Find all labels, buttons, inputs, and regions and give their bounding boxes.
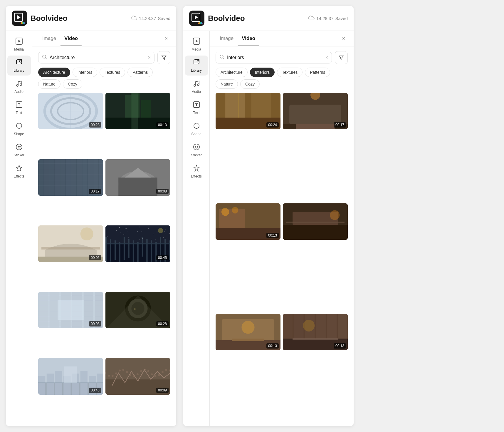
video-thumbnail[interactable] (283, 203, 348, 240)
video-thumbnail[interactable]: 00:17 (38, 159, 103, 196)
svg-point-150 (147, 370, 149, 372)
svg-rect-135 (64, 366, 77, 383)
video-thumbnail[interactable]: 00:09 (105, 358, 170, 394)
sticker-icon (193, 143, 200, 152)
text-icon (15, 101, 23, 110)
app-body: Media Library Audio Text Shape (6, 31, 176, 426)
svg-point-101 (128, 237, 129, 237)
tags-area: ArchitectureInteriorsTexturesPatternsNat… (32, 64, 176, 89)
svg-point-197 (241, 321, 254, 334)
svg-point-79 (139, 240, 140, 240)
sidebar-item-sticker[interactable]: Sticker (7, 140, 31, 160)
sidebar-item-text[interactable]: Text (185, 98, 208, 118)
tag-architecture[interactable]: Architecture (216, 68, 248, 77)
svg-rect-30 (49, 159, 55, 196)
svg-point-86 (148, 228, 149, 229)
search-icon (42, 54, 47, 61)
tag-textures[interactable]: Textures (100, 68, 125, 77)
video-thumbnail[interactable]: 00:06 (38, 225, 103, 262)
svg-point-53 (80, 227, 93, 240)
tag-patterns[interactable]: Patterns (305, 68, 330, 77)
tag-interiors[interactable]: Interiors (250, 68, 275, 77)
tab-bar: ImageVideo× (32, 31, 176, 46)
tag-textures[interactable]: Textures (277, 68, 303, 77)
tab-close-button[interactable]: × (340, 34, 348, 43)
sidebar-item-audio[interactable]: Audio (185, 77, 208, 97)
video-duration-badge: 00:17 (334, 122, 346, 128)
video-duration-badge: 00:28 (156, 321, 169, 326)
video-thumbnail[interactable]: 00:13 (216, 314, 280, 350)
sidebar-item-media[interactable]: Media (185, 34, 208, 54)
tag-architecture[interactable]: Architecture (38, 68, 70, 77)
svg-point-85 (140, 227, 140, 227)
video-thumbnail[interactable]: 00:13 (216, 203, 280, 240)
logo-rainbow (198, 22, 203, 24)
search-input[interactable] (50, 55, 146, 60)
search-input[interactable] (227, 55, 323, 60)
search-clear-button[interactable]: × (325, 55, 328, 60)
video-thumbnail[interactable]: 00:28 (38, 93, 103, 129)
sidebar-item-media[interactable]: Media (7, 34, 31, 54)
svg-point-80 (116, 230, 117, 231)
svg-rect-66 (146, 239, 147, 262)
tag-cozy[interactable]: Cozy (63, 79, 82, 89)
svg-rect-119 (58, 300, 83, 320)
svg-point-187 (221, 208, 229, 216)
sidebar-item-effects[interactable]: Effects (7, 161, 31, 181)
svg-point-11 (43, 55, 46, 58)
search-clear-button[interactable]: × (148, 55, 151, 60)
svg-line-12 (46, 58, 47, 59)
svg-point-76 (120, 232, 121, 232)
cloud-icon (131, 15, 137, 21)
sidebar-item-sticker[interactable]: Sticker (185, 140, 208, 160)
tab-video[interactable]: Video (238, 31, 259, 46)
tag-cozy[interactable]: Cozy (240, 79, 260, 89)
app-panel-panel-right: Boolvideo 14:28:37 Saved Media Library (183, 6, 354, 426)
svg-point-207 (303, 320, 315, 331)
tag-interiors[interactable]: Interiors (73, 68, 98, 77)
video-thumbnail[interactable]: 00:13 (105, 93, 170, 129)
video-thumbnail[interactable]: 00:45 (105, 225, 170, 262)
video-thumbnail[interactable]: 00:08 (105, 159, 170, 196)
video-thumbnail[interactable]: 00:43 (38, 358, 103, 394)
filter-button[interactable] (335, 51, 348, 64)
svg-rect-31 (55, 159, 60, 196)
tag-nature[interactable]: Nature (38, 79, 61, 89)
video-thumbnail[interactable]: 00:17 (283, 93, 348, 129)
filter-button[interactable] (157, 51, 170, 64)
svg-point-153 (158, 374, 160, 376)
effects-icon (15, 164, 23, 173)
svg-point-100 (142, 232, 142, 232)
svg-text:✦: ✦ (133, 307, 137, 312)
svg-point-160 (197, 60, 199, 62)
svg-marker-159 (196, 40, 198, 43)
video-duration-badge: 00:24 (266, 122, 279, 128)
sidebar-item-library[interactable]: Library (185, 56, 208, 76)
video-thumbnail[interactable]: 00:13 (283, 314, 348, 350)
tab-image[interactable]: Image (216, 31, 238, 46)
tag-patterns[interactable]: Patterns (127, 68, 153, 77)
tag-nature[interactable]: Nature (216, 79, 238, 89)
svg-point-74 (142, 238, 143, 239)
svg-point-90 (151, 239, 152, 239)
sidebar-item-effects[interactable]: Effects (185, 161, 208, 181)
tab-video[interactable]: Video (60, 31, 82, 46)
video-thumbnail[interactable]: ✦ 00:28 (105, 292, 170, 328)
video-thumbnail[interactable]: 00:08 (38, 292, 103, 328)
tab-image[interactable]: Image (38, 31, 60, 46)
sidebar-item-audio[interactable]: Audio (7, 77, 31, 97)
library-icon (193, 58, 200, 67)
timestamp: 14:28:37 (139, 16, 156, 21)
video-duration-badge: 00:13 (334, 343, 346, 349)
tab-close-button[interactable]: × (162, 34, 170, 43)
svg-point-97 (124, 235, 124, 235)
svg-rect-128 (47, 374, 54, 395)
sidebar-item-shape[interactable]: Shape (7, 119, 31, 139)
library-icon (15, 58, 23, 67)
sidebar-item-label-sticker: Sticker (191, 153, 202, 157)
video-thumbnail[interactable]: 00:24 (216, 93, 280, 129)
sidebar-item-library[interactable]: Library (7, 56, 31, 76)
svg-point-166 (194, 144, 199, 150)
sidebar-item-text[interactable]: Text (7, 98, 31, 118)
sidebar-item-shape[interactable]: Shape (185, 119, 208, 139)
